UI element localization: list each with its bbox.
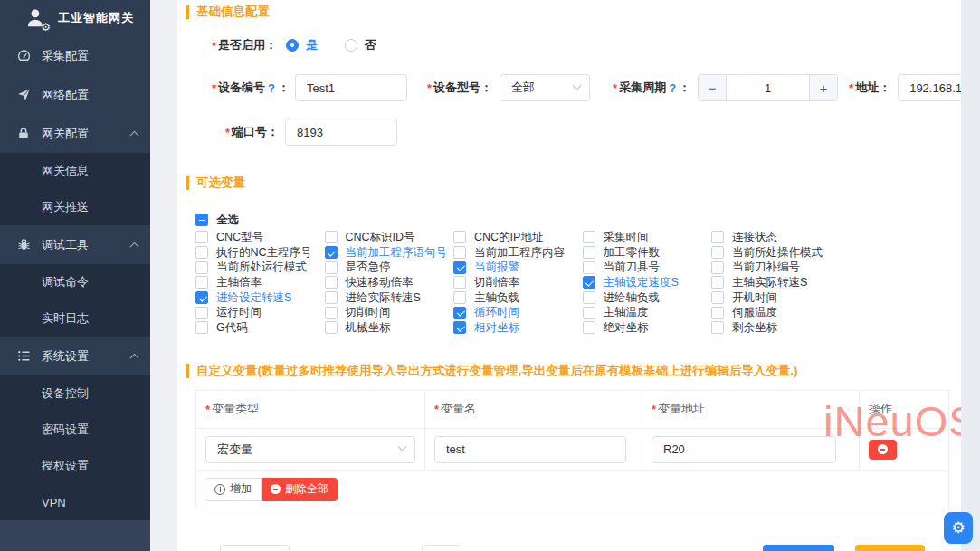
settings-fab[interactable]: ⚙ bbox=[944, 512, 973, 544]
checkbox-icon[interactable] bbox=[325, 276, 338, 289]
variable-address-input[interactable] bbox=[652, 436, 836, 463]
variable-checkbox-item[interactable]: 进给轴负载 bbox=[583, 290, 712, 306]
bottom-partial-button-primary[interactable] bbox=[763, 545, 834, 551]
checkbox-icon[interactable] bbox=[583, 246, 595, 259]
variable-checkbox-item[interactable]: CNC型号 bbox=[195, 230, 325, 245]
checkbox-icon[interactable] bbox=[583, 321, 595, 334]
checkbox-icon[interactable] bbox=[711, 261, 724, 274]
checkbox-icon[interactable] bbox=[711, 307, 724, 319]
radio-selected-icon[interactable] bbox=[286, 39, 299, 52]
sidebar-item-debug-tools[interactable]: 调试工具 bbox=[0, 225, 150, 264]
sidebar-item-auth-settings[interactable]: 授权设置 bbox=[0, 448, 150, 484]
sidebar-item-password-settings[interactable]: 密码设置 bbox=[0, 412, 150, 448]
checkbox-icon[interactable] bbox=[453, 291, 466, 304]
variable-checkbox-item[interactable]: 剩余坐标 bbox=[711, 320, 841, 336]
variable-checkbox-item[interactable]: 主轴设定速度S bbox=[583, 275, 712, 290]
checkbox-icon[interactable] bbox=[711, 291, 724, 304]
device-no-input[interactable] bbox=[295, 74, 407, 101]
checkbox-icon[interactable] bbox=[453, 246, 466, 259]
help-icon[interactable]: ? bbox=[268, 81, 275, 95]
variable-checkbox-item[interactable]: 机械坐标 bbox=[325, 320, 454, 336]
bottom-partial-button-2[interactable] bbox=[422, 545, 461, 551]
checkbox-icon[interactable] bbox=[453, 321, 466, 334]
checkbox-icon[interactable] bbox=[195, 321, 208, 334]
checkbox-icon[interactable] bbox=[583, 276, 595, 289]
checkbox-icon[interactable] bbox=[325, 307, 338, 319]
scrollbar[interactable] bbox=[961, 0, 980, 551]
checkbox-icon[interactable] bbox=[583, 231, 595, 243]
add-row-button[interactable]: 增加 bbox=[205, 478, 262, 501]
checkbox-icon[interactable] bbox=[325, 231, 338, 243]
checkbox-icon[interactable] bbox=[195, 307, 208, 319]
checkbox-icon[interactable] bbox=[453, 307, 466, 319]
device-model-select[interactable]: 全部 bbox=[500, 74, 590, 101]
checkbox-icon[interactable] bbox=[195, 261, 208, 274]
sidebar-item-network-config[interactable]: 网络配置 bbox=[0, 75, 150, 114]
sidebar-item-realtime-log[interactable]: 实时日志 bbox=[0, 300, 150, 337]
checkbox-icon[interactable] bbox=[325, 246, 338, 259]
variable-checkbox-item[interactable]: 当前刀补编号 bbox=[711, 260, 841, 275]
select-all-row[interactable]: 全选 bbox=[195, 213, 953, 227]
radio-option-yes[interactable]: 是 bbox=[286, 37, 318, 53]
variable-checkbox-item[interactable]: CNC标识ID号 bbox=[325, 230, 454, 245]
variable-type-select[interactable]: 宏变量 bbox=[205, 436, 415, 463]
variable-checkbox-item[interactable]: 当前加工程序内容 bbox=[453, 245, 583, 261]
checkbox-icon[interactable] bbox=[195, 246, 208, 259]
sidebar-item-device-control[interactable]: 设备控制 bbox=[0, 375, 150, 412]
variable-checkbox-item[interactable]: 当前所处运行模式 bbox=[195, 260, 325, 275]
port-input[interactable] bbox=[285, 119, 397, 146]
variable-checkbox-item[interactable]: 采集时间 bbox=[583, 230, 712, 245]
variable-checkbox-item[interactable]: 进给实际转速S bbox=[325, 290, 454, 306]
variable-checkbox-item[interactable]: 加工零件数 bbox=[583, 245, 712, 261]
delete-all-button[interactable]: 删除全部 bbox=[262, 478, 338, 501]
variable-checkbox-item[interactable]: G代码 bbox=[195, 320, 325, 336]
checkbox-icon[interactable] bbox=[195, 276, 208, 289]
variable-checkbox-item[interactable]: CNC的IP地址 bbox=[453, 230, 583, 245]
help-icon[interactable]: ? bbox=[669, 81, 676, 95]
variable-checkbox-item[interactable]: 连接状态 bbox=[711, 230, 841, 245]
variable-checkbox-item[interactable]: 执行的NC主程序号 bbox=[195, 245, 325, 261]
variable-name-input[interactable] bbox=[434, 436, 626, 463]
variable-checkbox-item[interactable]: 主轴负载 bbox=[453, 290, 583, 306]
variable-checkbox-item[interactable]: 主轴温度 bbox=[583, 305, 712, 320]
variable-checkbox-item[interactable]: 当前报警 bbox=[453, 260, 583, 275]
checkbox-icon[interactable] bbox=[195, 291, 208, 304]
variable-checkbox-item[interactable]: 当前所处操作模式 bbox=[711, 245, 841, 261]
sidebar-item-system-settings[interactable]: 系统设置 bbox=[0, 337, 150, 375]
sidebar-item-gateway-info[interactable]: 网关信息 bbox=[0, 153, 150, 189]
sidebar-item-debug-command[interactable]: 调试命令 bbox=[0, 264, 150, 300]
variable-checkbox-item[interactable]: 是否急停 bbox=[325, 260, 454, 275]
checkbox-icon[interactable] bbox=[583, 291, 595, 304]
variable-checkbox-item[interactable]: 进给设定转速S bbox=[195, 290, 325, 306]
bottom-partial-button-warning[interactable] bbox=[855, 545, 925, 551]
variable-checkbox-item[interactable]: 当前加工程序语句号 bbox=[325, 245, 454, 261]
variable-checkbox-item[interactable]: 绝对坐标 bbox=[583, 320, 712, 336]
checkbox-icon[interactable] bbox=[711, 231, 724, 243]
sidebar-item-vpn[interactable]: VPN bbox=[0, 484, 150, 520]
variable-checkbox-item[interactable]: 伺服温度 bbox=[711, 305, 841, 320]
checkbox-icon[interactable] bbox=[325, 321, 338, 334]
sidebar-item-gateway-config[interactable]: 网关配置 bbox=[0, 114, 150, 153]
checkbox-icon[interactable] bbox=[195, 231, 208, 243]
variable-checkbox-item[interactable]: 运行时间 bbox=[195, 305, 325, 320]
checkbox-icon[interactable] bbox=[453, 261, 466, 274]
variable-checkbox-item[interactable]: 切削时间 bbox=[325, 305, 454, 320]
variable-checkbox-item[interactable]: 主轴实际转速S bbox=[711, 275, 841, 290]
checkbox-icon[interactable] bbox=[325, 261, 338, 274]
variable-checkbox-item[interactable]: 主轴倍率 bbox=[195, 275, 325, 290]
checkbox-icon[interactable] bbox=[325, 291, 338, 304]
variable-checkbox-item[interactable]: 循环时间 bbox=[453, 305, 583, 320]
stepper-minus-button[interactable]: − bbox=[699, 75, 727, 100]
variable-checkbox-item[interactable]: 相对坐标 bbox=[453, 320, 583, 336]
bottom-partial-button-1[interactable] bbox=[220, 545, 290, 551]
checkbox-icon[interactable] bbox=[711, 321, 724, 334]
checkbox-icon[interactable] bbox=[453, 231, 466, 243]
checkbox-icon[interactable] bbox=[453, 276, 466, 289]
delete-row-button[interactable] bbox=[869, 440, 897, 460]
variable-checkbox-item[interactable]: 快速移动倍率 bbox=[325, 275, 454, 290]
radio-unselected-icon[interactable] bbox=[345, 39, 357, 52]
checkbox-icon[interactable] bbox=[583, 307, 595, 319]
sidebar-item-collection-config[interactable]: 采集配置 bbox=[0, 36, 150, 75]
radio-option-no[interactable]: 否 bbox=[345, 37, 376, 53]
sidebar-item-gateway-push[interactable]: 网关推送 bbox=[0, 189, 150, 225]
